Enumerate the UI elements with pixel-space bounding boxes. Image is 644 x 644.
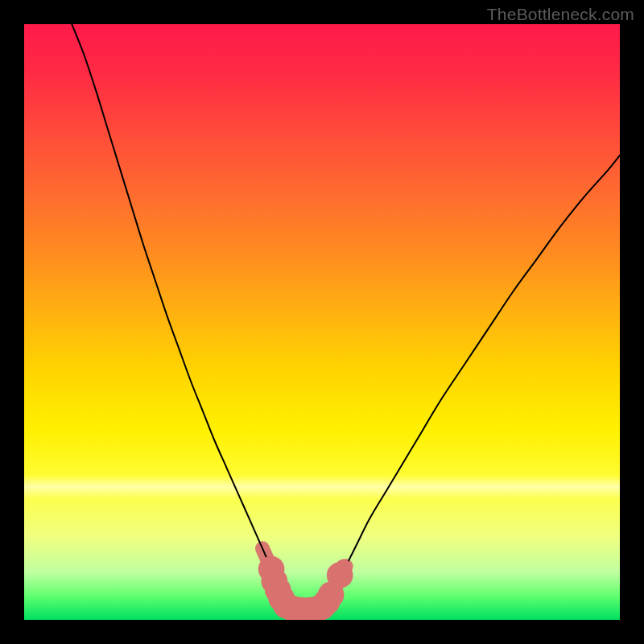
valley-marker-dot (336, 559, 351, 573)
watermark-text: TheBottleneck.com (487, 5, 634, 24)
outer-frame: TheBottleneck.com (0, 0, 644, 644)
bottleneck-curve (72, 24, 620, 611)
chart-svg (24, 24, 620, 620)
plot-area (24, 24, 620, 620)
